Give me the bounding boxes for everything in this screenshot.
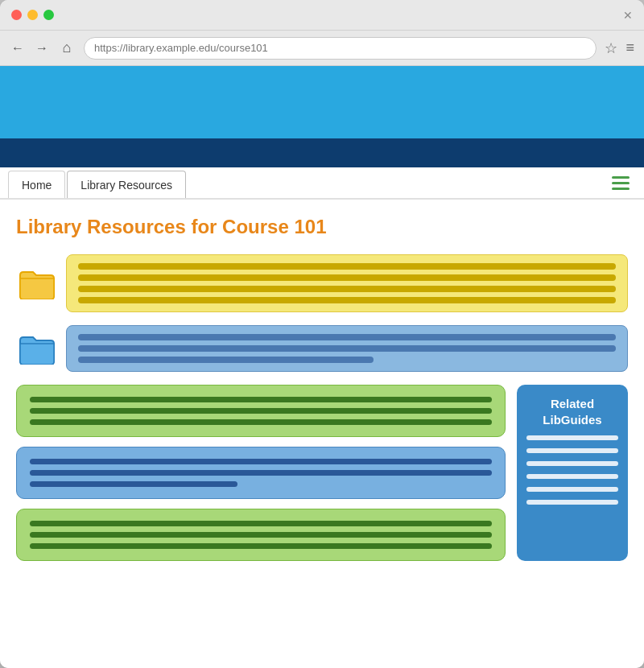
- related-line-2: [526, 448, 618, 453]
- minimize-button[interactable]: [27, 10, 38, 20]
- folder-row-yellow: [16, 254, 628, 312]
- hamburger-line-1: [612, 176, 630, 179]
- yellow-content-bar: [66, 254, 628, 312]
- related-libguides-panel: Related LibGuides: [517, 385, 628, 561]
- forward-button[interactable]: →: [34, 40, 50, 56]
- green2-line-2: [30, 532, 492, 538]
- tab-navigation: Home Library Resources: [0, 167, 644, 200]
- blue-line-1: [78, 334, 616, 340]
- bookmark-icon[interactable]: ☆: [605, 39, 617, 57]
- bottom-left: [16, 385, 506, 561]
- blue-line-2: [78, 345, 616, 352]
- related-line-3: [526, 461, 618, 466]
- blue-card-line-1: [30, 459, 492, 464]
- site-nav-dark: [0, 138, 644, 167]
- green2-line-3: [30, 543, 492, 549]
- green-card-1: [16, 385, 506, 437]
- site-header: [0, 66, 644, 138]
- related-line-5: [526, 487, 618, 492]
- title-bar: ✕: [0, 0, 644, 31]
- yellow-line-1: [78, 263, 616, 270]
- hamburger-line-3: [612, 188, 630, 190]
- yellow-line-3: [78, 286, 616, 292]
- home-button[interactable]: ⌂: [58, 39, 76, 57]
- folder-svg-blue: [19, 332, 56, 365]
- folder-svg-yellow: [19, 267, 56, 299]
- back-button[interactable]: ←: [10, 40, 26, 56]
- toolbar-right: ☆ ≡: [605, 39, 634, 57]
- folder-icon-yellow: [16, 262, 58, 304]
- close-button[interactable]: [11, 10, 22, 20]
- blue-line-3: [78, 357, 374, 363]
- yellow-line-4: [78, 297, 616, 303]
- browser-toolbar: ← → ⌂ ☆ ≡: [0, 31, 644, 66]
- green-card-2: [16, 509, 506, 561]
- related-line-4: [526, 474, 618, 479]
- related-panel-title: Related LibGuides: [526, 396, 618, 427]
- traffic-lights: [11, 10, 54, 20]
- tab-home[interactable]: Home: [8, 171, 65, 198]
- tab-library-resources[interactable]: Library Resources: [67, 171, 186, 198]
- bottom-grid: Related LibGuides: [16, 385, 628, 561]
- menu-icon[interactable]: ≡: [625, 39, 634, 56]
- green-line-1: [30, 397, 492, 402]
- green-line-3: [30, 419, 492, 425]
- address-bar[interactable]: [84, 37, 597, 60]
- blue-card-line-2: [30, 470, 492, 476]
- blue-card-line-3: [30, 481, 237, 487]
- green-line-2: [30, 408, 492, 414]
- yellow-line-2: [78, 274, 616, 281]
- maximize-button[interactable]: [43, 10, 54, 20]
- green2-line-1: [30, 521, 492, 526]
- blue-card-1: [16, 447, 506, 499]
- page-content: Home Library Resources Library Resources…: [0, 66, 644, 668]
- related-line-1: [526, 435, 618, 440]
- folder-icon-blue: [16, 328, 58, 369]
- folder-row-blue: [16, 325, 628, 372]
- page-title: Library Resources for Course 101: [16, 216, 628, 238]
- window-close-icon[interactable]: ✕: [622, 10, 633, 20]
- hamburger-menu[interactable]: [605, 167, 636, 198]
- hamburger-line-2: [612, 182, 630, 184]
- blue-content-bar: [66, 325, 628, 372]
- browser-window: ✕ ← → ⌂ ☆ ≡ Home Library Resources: [0, 0, 644, 668]
- main-content: Library Resources for Course 101: [0, 200, 644, 668]
- related-line-6: [526, 500, 618, 505]
